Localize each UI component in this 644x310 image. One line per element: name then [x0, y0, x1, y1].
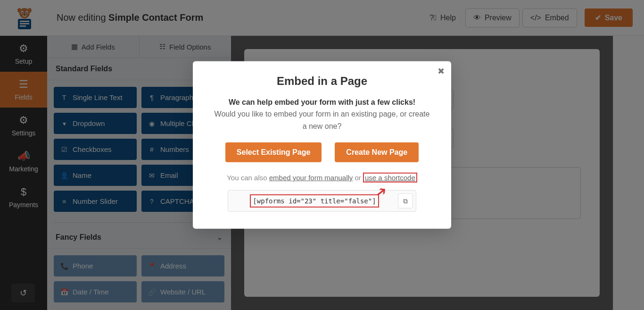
- help-or: or: [353, 174, 363, 182]
- shortcode-box: ➔ [wpforms id="23" title="false"] ⧉: [228, 190, 416, 212]
- modal-title: Embed in a Page: [212, 74, 432, 87]
- copy-icon: ⧉: [403, 197, 408, 205]
- modal-sub: Would you like to embed your form in an …: [212, 108, 432, 132]
- embed-manually-link[interactable]: embed your form manually: [269, 174, 353, 182]
- modal-help-text: You can also embed your form manually or…: [212, 173, 432, 183]
- modal-buttons: Select Existing Page Create New Page: [212, 142, 432, 162]
- shortcode-text: [wpforms id="23" title="false"]: [231, 194, 398, 208]
- modal-close-button[interactable]: ✖: [438, 66, 445, 76]
- create-new-page-button[interactable]: Create New Page: [335, 142, 419, 162]
- copy-shortcode-button[interactable]: ⧉: [398, 193, 413, 209]
- embed-modal: ✖ Embed in a Page We can help embed your…: [193, 61, 451, 229]
- modal-lead: We can help embed your form with just a …: [212, 96, 432, 108]
- use-shortcode-link[interactable]: use a shortcode: [365, 174, 415, 182]
- select-existing-page-button[interactable]: Select Existing Page: [225, 142, 322, 162]
- shortcode-value[interactable]: [wpforms id="23" title="false"]: [250, 194, 379, 208]
- help-prefix: You can also: [227, 174, 269, 182]
